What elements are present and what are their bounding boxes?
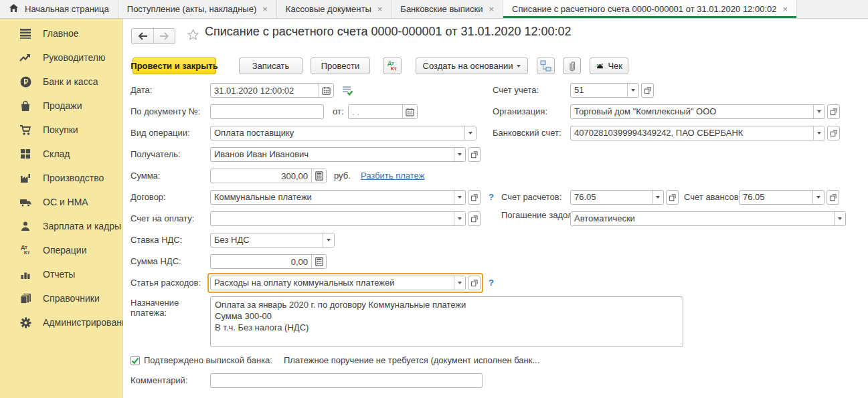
tab-close-icon[interactable]: × [489,5,494,13]
open-icon[interactable] [641,83,654,98]
favorite-star-icon[interactable] [187,29,199,43]
dropdown-arrow-icon[interactable] [454,148,465,161]
sidebar-item-manager[interactable]: Руководителю [0,45,122,70]
organization-label: Организация: [493,104,547,119]
tab-writeoff-document[interactable]: Списание с расчетного счета 0000-000001 … [503,0,797,18]
open-icon[interactable] [827,190,839,205]
calendar-icon[interactable] [319,84,333,97]
bank-account-value[interactable]: 40702810399994349242, ПАО СБЕРБАНК [571,126,813,140]
sidebar-item-bank-cash[interactable]: Банк и касса [0,70,122,94]
vat-rate-value[interactable]: Без НДС [211,233,323,247]
amount-input[interactable] [211,169,311,183]
sidebar-item-main[interactable]: Главное [0,21,122,45]
advance-account-field[interactable]: 76.05 [739,190,824,205]
invoice-field[interactable] [210,211,466,226]
organization-field[interactable]: Торговый дом "Комплексный" ООО [570,104,825,119]
dropdown-arrow-icon[interactable] [834,212,845,225]
open-icon[interactable] [468,276,481,290]
doc-from-input[interactable] [349,105,402,118]
calculator-icon[interactable] [311,169,326,183]
tab-home[interactable]: Начальная страница [0,0,118,18]
invoice-value[interactable] [211,212,454,225]
tab-close-icon[interactable]: × [262,5,268,13]
confirmed-label[interactable]: Подтверждено выпиской банка: [144,353,272,368]
tab-bank-statements[interactable]: Банковские выписки × [392,0,503,18]
sidebar-item-reports[interactable]: Отчеты [0,262,122,286]
settlement-account-value[interactable]: 76.05 [571,191,652,204]
dropdown-arrow-icon[interactable] [454,276,465,290]
tab-receipts[interactable]: Поступление (акты, накладные) × [118,0,277,18]
contract-value[interactable]: Коммунальные платежи [211,191,454,204]
date-input[interactable] [211,84,319,97]
payee-value[interactable]: Иванов Иван Иванович [211,148,454,161]
account-value[interactable]: 51 [571,84,627,97]
attachments-button[interactable] [563,58,581,74]
back-button[interactable] [132,29,153,43]
dropdown-arrow-icon[interactable] [652,191,663,204]
advance-account-value[interactable]: 76.05 [740,191,812,204]
dropdown-arrow-icon[interactable] [454,191,465,204]
purpose-textarea[interactable]: Оплата за январь 2020 г. по договору Ком… [210,296,683,347]
open-icon[interactable] [468,211,481,226]
dropdown-arrow-icon[interactable] [464,126,476,140]
calculator-icon[interactable] [311,255,326,268]
forward-button[interactable] [153,29,175,43]
sidebar-item-sales[interactable]: Продажи [0,94,122,118]
dropdown-arrow-icon[interactable] [812,191,824,204]
date-field[interactable] [210,83,334,98]
expense-item-field[interactable]: Расходы на оплату коммунальных платежей [210,276,466,290]
split-payment-link[interactable]: Разбить платеж [361,169,424,183]
contract-field[interactable]: Коммунальные платежи [210,190,466,205]
dropdown-arrow-icon[interactable] [627,84,638,97]
sidebar-item-directories[interactable]: Справочники [0,286,122,310]
vat-rate-field[interactable]: Без НДС [210,233,335,247]
post-and-close-button[interactable]: Провести и закрыть [133,58,216,74]
payee-field[interactable]: Иванов Иван Иванович [210,147,466,162]
check-button[interactable]: Чек [590,58,628,74]
vat-amount-field[interactable] [210,254,327,269]
operation-field[interactable]: Оплата поставщику [210,126,476,140]
amount-field[interactable] [210,169,327,183]
sidebar-item-production[interactable]: Производство [0,166,122,190]
open-icon[interactable] [827,104,840,119]
sidebar-item-operations[interactable]: Дт Кт Операции [0,238,122,262]
operation-value[interactable]: Оплата поставщику [211,126,464,140]
comment-input[interactable] [210,373,483,388]
dropdown-arrow-icon[interactable] [813,126,824,140]
post-button[interactable]: Провести [311,58,370,74]
sidebar-item-purchases[interactable]: Покупки [0,118,122,142]
open-icon[interactable] [827,126,840,140]
tab-cash-documents[interactable]: Кассовые документы × [277,0,392,18]
account-field[interactable]: 51 [570,83,639,98]
save-button[interactable]: Записать [239,58,302,74]
debit-credit-icon: Дт Кт [18,244,33,256]
dropdown-arrow-icon[interactable] [323,233,334,247]
open-icon[interactable] [468,147,481,162]
sidebar-item-fixed-assets[interactable]: ОС и НМА [0,190,122,214]
doc-no-input[interactable] [210,104,324,119]
dropdown-arrow-icon[interactable] [454,212,465,225]
sidebar-item-payroll-hr[interactable]: Зарплата и кадры [0,214,122,238]
settlement-account-field[interactable]: 76.05 [570,190,664,205]
tab-close-icon[interactable]: × [377,5,383,13]
vat-amount-input[interactable] [211,255,311,268]
calendar-icon[interactable] [402,105,417,118]
sidebar-item-administration[interactable]: Администрирование [0,310,122,334]
doc-from-field[interactable] [348,104,418,119]
open-icon[interactable] [468,190,481,205]
organization-value[interactable]: Торговый дом "Комплексный" ООО [571,105,813,118]
help-icon[interactable]: ? [489,190,494,205]
tab-close-icon[interactable]: × [782,5,788,13]
bank-account-field[interactable]: 40702810399994349242, ПАО СБЕРБАНК [570,126,825,140]
document-structure-button[interactable] [537,58,555,74]
open-icon[interactable] [666,190,679,205]
debt-repayment-value[interactable]: Автоматически [571,212,834,225]
help-icon[interactable]: ? [489,276,494,290]
expense-item-value[interactable]: Расходы на оплату коммунальных платежей [211,276,454,290]
create-based-on-button[interactable]: Создать на основании [416,58,528,74]
confirmed-checkbox[interactable] [131,356,140,365]
debit-credit-button[interactable]: Дт Кт [383,58,402,74]
sidebar-item-warehouse[interactable]: Склад [0,142,122,166]
dropdown-arrow-icon[interactable] [813,105,824,118]
debt-repayment-field[interactable]: Автоматически [570,211,846,226]
